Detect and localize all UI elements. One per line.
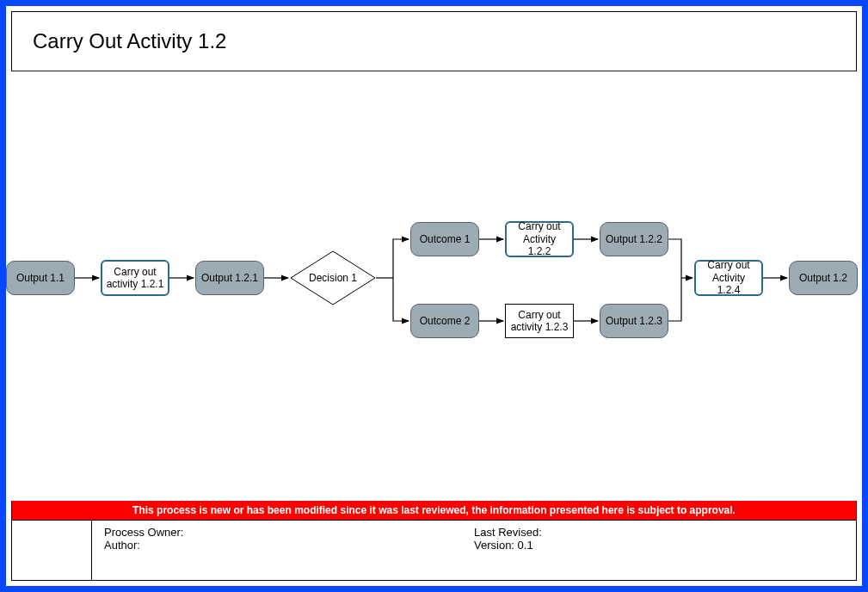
footer-thumbnail-cell (12, 521, 92, 580)
node-label: Carry out Activity 1.2.4 (699, 259, 758, 296)
node-activity-1-2-3: Carry out activity 1.2.3 (505, 304, 574, 338)
approval-banner: This process is new or has been modified… (11, 501, 857, 520)
node-activity-1-2-1: Carry out activity 1.2.1 (101, 260, 169, 296)
node-label: Output 1.2 (799, 272, 847, 284)
last-revised-label: Last Revised: (474, 526, 542, 539)
node-label: Decision 1 (290, 250, 376, 305)
flowchart-canvas: Output 1.1 Carry out activity 1.2.1 Outp… (6, 71, 862, 488)
node-label: Outcome 2 (420, 315, 471, 327)
node-outcome-1: Outcome 1 (410, 222, 479, 256)
diagram-frame: Carry Out Activity 1.2 Output 1.1 Carry … (0, 0, 868, 592)
node-activity-1-2-4: Carry out Activity 1.2.4 (694, 260, 763, 296)
node-decision-1: Decision 1 (290, 250, 376, 305)
version-label: Version: (474, 539, 514, 552)
node-label: Output 1.1 (16, 272, 65, 284)
footer-info-cell: Process Owner: Last Revised: Author: Ver… (92, 521, 856, 580)
node-output-1-2: Output 1.2 (789, 261, 858, 295)
node-label: Outcome 1 (420, 233, 471, 245)
page-title: Carry Out Activity 1.2 (33, 29, 226, 53)
version-value: 0.1 (518, 539, 533, 552)
node-output-1-2-3: Output 1.2.3 (600, 304, 668, 338)
node-outcome-2: Outcome 2 (410, 304, 479, 338)
node-label: Carry out activity 1.2.3 (509, 309, 569, 334)
banner-text: This process is new or has been modified… (132, 504, 736, 516)
author-label: Author: (104, 539, 140, 552)
node-output-1-2-1: Output 1.2.1 (195, 261, 264, 295)
node-label: Carry out activity 1.2.1 (106, 266, 164, 291)
process-owner-label: Process Owner: (104, 526, 183, 539)
node-output-1-1: Output 1.1 (6, 261, 75, 295)
footer-metadata: Process Owner: Last Revised: Author: Ver… (11, 520, 857, 581)
node-activity-1-2-2: Carry out Activity 1.2.2 (505, 221, 574, 257)
node-output-1-2-2: Output 1.2.2 (600, 222, 668, 256)
node-label: Output 1.2.2 (606, 233, 662, 245)
node-label: Output 1.2.3 (606, 315, 662, 327)
node-label: Output 1.2.1 (201, 272, 258, 284)
node-label: Carry out Activity 1.2.2 (510, 220, 569, 257)
title-bar: Carry Out Activity 1.2 (11, 11, 857, 71)
